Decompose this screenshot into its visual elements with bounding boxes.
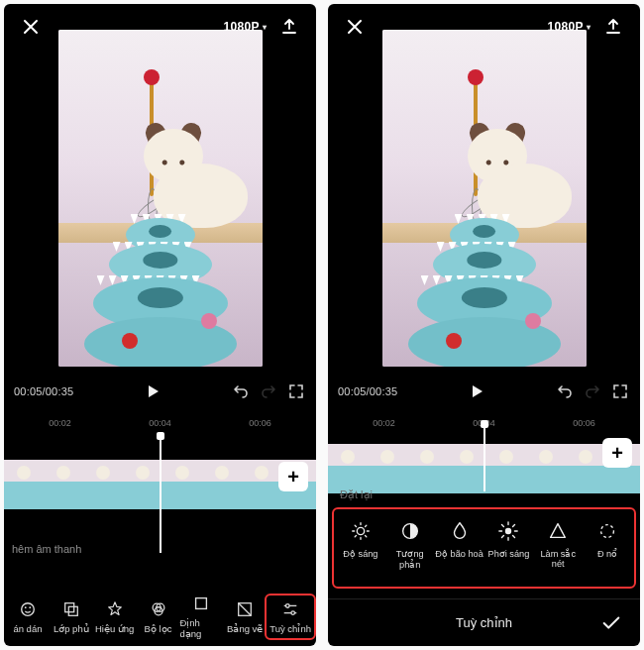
panel-title: Tuỳ chỉnh	[456, 615, 512, 630]
preview-illustration	[58, 30, 263, 367]
playback-bar: 00:05/00:35	[328, 377, 640, 406]
undo-icon[interactable]	[231, 381, 251, 401]
export-icon[interactable]	[600, 14, 626, 40]
close-icon[interactable]	[18, 14, 44, 40]
svg-rect-8	[196, 598, 207, 609]
contrast-icon	[398, 519, 422, 543]
svg-point-2	[29, 606, 31, 608]
resolution-label: 1080P	[547, 20, 583, 34]
preview-illustration	[382, 30, 587, 367]
tool-adjust[interactable]: Tuỳ chỉnh	[267, 596, 314, 638]
tool-effects[interactable]: Hiệu ứng	[93, 599, 137, 634]
sticker-icon	[18, 599, 38, 619]
playhead[interactable]	[160, 434, 161, 553]
export-icon[interactable]	[276, 14, 302, 40]
bottom-toolbar: án dán Lớp phủ Hiệu ứng Bộ lọc Định dạng…	[4, 587, 316, 646]
timeline[interactable]: 00:0200:0400:06 +	[328, 416, 640, 505]
filter-icon	[149, 599, 168, 619]
playback-bar: 00:05/00:35	[4, 377, 316, 406]
adjust-sharpen[interactable]: Làm sắc nét	[533, 519, 583, 569]
time-display: 00:05/00:35	[14, 385, 73, 397]
time-display: 00:05/00:35	[338, 385, 397, 397]
adjust-exposure[interactable]: Phơi sáng	[483, 519, 533, 559]
svg-point-1	[25, 606, 27, 608]
format-icon	[191, 594, 211, 613]
video-preview[interactable]	[58, 30, 263, 367]
add-clip-button[interactable]: +	[602, 438, 632, 468]
adjust-brightness[interactable]: Độ sáng	[336, 519, 385, 559]
tool-format[interactable]: Định dạng	[179, 594, 223, 639]
resolution-button[interactable]: 1080P ▾	[223, 20, 267, 34]
svg-point-0	[22, 602, 35, 615]
phone-right: 1080P ▾ 00:05/00:35	[328, 4, 640, 646]
fullscreen-icon[interactable]	[610, 381, 630, 401]
svg-point-12	[357, 527, 364, 534]
adjust-contrast[interactable]: Tương phản	[385, 519, 435, 570]
exposure-icon	[496, 519, 520, 543]
overlay-icon	[61, 599, 81, 619]
topbar: 1080P ▾	[328, 4, 640, 50]
tool-sticker[interactable]: án dán	[6, 599, 50, 634]
svg-point-10	[286, 603, 290, 607]
adjust-toolbar: Độ sáng Tương phản Độ bão hoà Phơi sáng …	[334, 509, 634, 587]
close-icon[interactable]	[342, 14, 368, 40]
confirm-bar: Tuỳ chỉnh	[328, 598, 640, 646]
chevron-down-icon: ▾	[263, 23, 267, 32]
play-icon[interactable]	[467, 381, 486, 401]
tool-filter[interactable]: Bộ lọc	[137, 599, 180, 634]
svg-rect-3	[64, 602, 73, 611]
add-clip-button[interactable]: +	[278, 462, 308, 491]
brightness-icon	[349, 519, 373, 543]
video-preview[interactable]	[382, 30, 587, 367]
saturation-icon	[448, 519, 472, 543]
reset-label[interactable]: Đặt lại	[340, 488, 373, 501]
phone-left: 1080P ▾ 00:05/00:35	[4, 4, 316, 646]
topbar: 1080P ▾	[4, 4, 316, 50]
tool-canvas[interactable]: Bảng vẽ	[223, 599, 267, 634]
sharpen-icon	[546, 519, 570, 543]
resolution-label: 1080P	[223, 20, 259, 34]
playhead[interactable]	[483, 422, 485, 491]
svg-point-14	[505, 528, 511, 534]
tool-overlay[interactable]: Lớp phủ	[50, 599, 93, 634]
resolution-button[interactable]: 1080P ▾	[547, 20, 590, 34]
svg-point-11	[291, 610, 295, 614]
canvas-icon	[235, 599, 255, 619]
add-audio-hint[interactable]: hêm âm thanh	[4, 537, 89, 561]
timeline-ticks: 00:0200:0400:06	[4, 418, 316, 432]
adjust-icon	[280, 599, 300, 619]
svg-rect-4	[68, 606, 77, 615]
adjust-more[interactable]: Đ nổ	[583, 519, 632, 559]
timeline[interactable]: 00:0200:0400:06 +	[4, 416, 316, 525]
svg-point-15	[601, 525, 614, 538]
highlight-icon	[595, 519, 619, 543]
redo-icon[interactable]	[259, 381, 278, 401]
redo-icon[interactable]	[583, 381, 602, 401]
adjust-saturation[interactable]: Độ bão hoà	[435, 519, 484, 559]
play-icon[interactable]	[143, 381, 162, 401]
chevron-down-icon: ▾	[587, 23, 590, 32]
fullscreen-icon[interactable]	[286, 381, 306, 401]
confirm-check-icon[interactable]	[600, 612, 622, 634]
effects-icon	[105, 599, 125, 619]
undo-icon[interactable]	[555, 381, 575, 401]
